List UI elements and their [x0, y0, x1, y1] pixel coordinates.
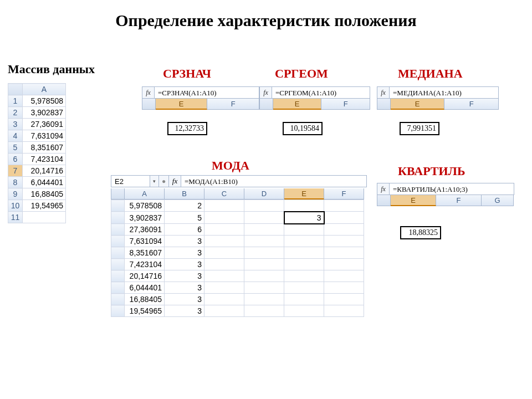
col-header-f[interactable]: F: [324, 188, 364, 200]
moda-grid[interactable]: 5,9785082 3,90283753 27,360916 7,6310943…: [111, 200, 364, 317]
fx-icon[interactable]: fx: [142, 87, 155, 98]
col-header-d[interactable]: D: [244, 188, 284, 200]
col-header-e[interactable]: E: [273, 99, 322, 110]
mediana-panel: fx =МЕДИАНА(A1:A10) E F: [377, 86, 499, 110]
col-header-f[interactable]: F: [436, 195, 482, 206]
cell[interactable]: 7,631094: [23, 130, 66, 142]
row-num[interactable]: 3: [8, 119, 23, 130]
cell[interactable]: 7,423104: [23, 154, 66, 165]
row-num[interactable]: 11: [8, 212, 23, 223]
fx-icon[interactable]: fx: [169, 176, 181, 187]
cell[interactable]: 5,978508: [23, 95, 66, 107]
dropdown-icon[interactable]: ▾: [150, 176, 159, 187]
col-header-c[interactable]: C: [204, 188, 244, 200]
formula-bar: fx =МЕДИАНА(A1:A10): [377, 86, 499, 99]
cell[interactable]: 16,88405: [23, 188, 66, 200]
formula-bar: fx =СРГЕОМ(A1:A10): [259, 86, 370, 99]
srgeom-title: СРГЕОМ: [275, 66, 328, 81]
col-header-e[interactable]: E: [391, 195, 436, 206]
col-header-b[interactable]: B: [165, 188, 204, 200]
col-header-g[interactable]: G: [482, 195, 514, 206]
name-box[interactable]: E2: [111, 176, 150, 187]
formula-bar: fx =СРЗНАЧ(A1:A10): [142, 86, 259, 99]
row-num[interactable]: 6: [8, 154, 23, 165]
cell[interactable]: 19,54965: [23, 200, 66, 212]
row-num[interactable]: 8: [8, 177, 23, 188]
row-num-selected[interactable]: 7: [8, 165, 23, 177]
formula-input[interactable]: =МЕДИАНА(A1:A10): [390, 87, 498, 98]
col-header-a[interactable]: A: [23, 84, 66, 95]
col-header-a[interactable]: A: [125, 188, 165, 200]
row-num[interactable]: 4: [8, 130, 23, 142]
cell[interactable]: 27,36091: [23, 119, 66, 130]
cancel-icon[interactable]: ●: [159, 176, 169, 187]
row-num[interactable]: 9: [8, 188, 23, 200]
page-title: Определение характеристик положения: [0, 11, 532, 30]
srgeom-panel: fx =СРГЕОМ(A1:A10) E F: [259, 86, 370, 110]
kvartil-title: КВАРТИЛЬ: [398, 164, 466, 178]
srznach-panel: fx =СРЗНАЧ(A1:A10) E F: [142, 86, 259, 110]
data-array-table[interactable]: A 15,978508 23,902837 327,36091 47,63109…: [8, 83, 66, 223]
col-header-f[interactable]: F: [207, 99, 259, 110]
srznach-title: СРЗНАЧ: [163, 66, 211, 81]
fx-icon[interactable]: fx: [377, 183, 390, 195]
mediana-result[interactable]: 7,991351: [400, 122, 439, 135]
col-header-f[interactable]: F: [321, 99, 370, 110]
moda-result-cell[interactable]: 3: [284, 212, 324, 224]
row-num[interactable]: 10: [8, 200, 23, 212]
fx-icon[interactable]: fx: [260, 87, 272, 98]
mediana-title: МЕДИАНА: [398, 66, 463, 81]
subtitle: Массив данных: [8, 62, 95, 76]
srznach-result[interactable]: 12,32733: [167, 122, 207, 135]
row-num[interactable]: 5: [8, 142, 23, 154]
col-header-e[interactable]: E: [156, 99, 208, 110]
col-header-f[interactable]: F: [444, 99, 499, 110]
cell[interactable]: 8,351607: [23, 142, 66, 154]
formula-input[interactable]: =МОДА(A1:B10): [181, 176, 366, 187]
name-box-bar: E2 ▾ ● fx =МОДА(A1:B10): [111, 175, 367, 187]
formula-bar: fx =КВАРТИЛЬ(A1:A10;3): [377, 183, 514, 195]
cell[interactable]: [23, 212, 66, 223]
srgeom-result[interactable]: 10,19584: [283, 122, 323, 135]
formula-input[interactable]: =КВАРТИЛЬ(A1:A10;3): [390, 183, 514, 195]
moda-panel: E2 ▾ ● fx =МОДА(A1:B10) A B C D E F 5,97…: [111, 175, 367, 317]
fx-icon[interactable]: fx: [377, 87, 390, 98]
moda-title: МОДА: [212, 158, 249, 173]
col-header-e[interactable]: E: [284, 188, 324, 200]
kvartil-panel: fx =КВАРТИЛЬ(A1:A10;3) E F G: [377, 183, 514, 206]
formula-input[interactable]: =СРГЕОМ(A1:A10): [272, 87, 370, 98]
row-num[interactable]: 2: [8, 107, 23, 119]
cell[interactable]: 6,044401: [23, 177, 66, 188]
col-header-e[interactable]: E: [391, 99, 445, 110]
cell[interactable]: 20,14716: [23, 165, 66, 177]
cell[interactable]: 3,902837: [23, 107, 66, 119]
row-num[interactable]: 1: [8, 95, 23, 107]
kvartil-result[interactable]: 18,88325: [400, 226, 441, 239]
formula-input[interactable]: =СРЗНАЧ(A1:A10): [155, 87, 259, 98]
